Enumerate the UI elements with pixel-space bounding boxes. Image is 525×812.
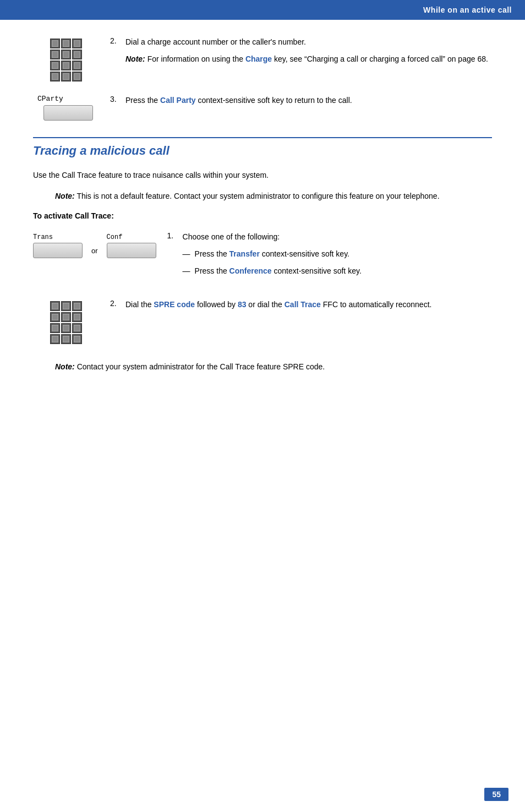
bkey-1 (50, 301, 60, 311)
bkey-3 (72, 301, 82, 311)
step2b-pre: Dial the (125, 300, 154, 309)
keypad-icon-bottom (33, 301, 99, 344)
step3-top-text: Press the Call Party context-sensitive s… (125, 95, 492, 106)
step2b-mid: followed by (195, 300, 238, 309)
step2-top-row: 2. Dial a charge account number or the c… (33, 36, 492, 81)
conf-label: Conf (107, 233, 123, 241)
soft-keys-row: Trans or Conf (33, 233, 156, 258)
cparty-soft-key[interactable] (43, 105, 93, 121)
key-6 (72, 50, 82, 59)
key-7 (50, 61, 60, 70)
step2-note-text: For information on using the (145, 55, 245, 63)
charge-link: Charge (245, 55, 272, 63)
step1-number: 1. (167, 231, 178, 240)
step2-bottom-number: 2. (110, 299, 121, 308)
bkey-11 (61, 334, 71, 344)
header-title: While on an active call (423, 6, 512, 14)
cparty-label: CParty (37, 95, 63, 103)
83-link: 83 (238, 300, 247, 309)
dash-2: — (183, 265, 190, 277)
step1-bullets: — Press the Transfer context-sensitive s… (183, 248, 492, 277)
step1-area: Trans or Conf 1. Choose one of the follo… (33, 231, 492, 282)
step2-top-note: Note: For information on using the Charg… (125, 53, 492, 65)
key-8 (61, 61, 71, 70)
key-12 (72, 72, 82, 81)
key-11 (61, 72, 71, 81)
trans-conf-icon: Trans or Conf (33, 233, 156, 258)
bkey-6 (72, 312, 82, 322)
key-4 (50, 50, 60, 59)
step3-top-number: 3. (110, 95, 121, 103)
subsection-title: To activate Call Trace: (33, 211, 492, 220)
bkey-2 (61, 301, 71, 311)
or-text: or (91, 247, 98, 258)
cparty-icon-area: CParty (33, 95, 99, 121)
transfer-link: Transfer (229, 249, 260, 258)
step2-bottom-row: 2. Dial the SPRE code followed by 83 or … (33, 299, 492, 344)
step1-choose: Choose one of the following: (183, 231, 492, 243)
bullet1-text: Press the Transfer context-sensitive sof… (195, 248, 349, 260)
step2-note-bold: Note: (125, 55, 145, 63)
bullet1-pre: Press the (195, 249, 229, 258)
bullet2-text: Press the Conference context-sensitive s… (195, 265, 362, 277)
bkey-7 (50, 323, 60, 333)
call-party-link: Call Party (160, 96, 196, 105)
bkey-12 (72, 334, 82, 344)
conference-link: Conference (229, 266, 272, 275)
step2-top-number: 2. (110, 36, 121, 45)
step3-top-section: CParty 3. Press the Call Party context-s… (33, 95, 492, 121)
step2b-post2: FFC to automatically reconnect. (321, 300, 432, 309)
key-3 (72, 39, 82, 48)
step3-post: context-sensitive soft key to return to … (196, 96, 352, 105)
section-note-text: This is not a default feature. Contact y… (75, 192, 440, 200)
section-note: Note: This is not a default feature. Con… (55, 190, 492, 202)
conf-key-group: Conf (107, 233, 156, 258)
trans-key-group: Trans (33, 233, 83, 258)
footer-note: Note: Contact your system administrator … (55, 361, 492, 373)
key-1 (50, 39, 60, 48)
key-5 (61, 50, 71, 59)
dash-1: — (183, 248, 190, 260)
spre-code-link: SPRE code (154, 300, 195, 309)
bkey-9 (72, 323, 82, 333)
step2-top-main: Dial a charge account number or the call… (125, 37, 306, 46)
bkey-8 (61, 323, 71, 333)
bkey-10 (50, 334, 60, 344)
section-note-bold: Note: (55, 192, 75, 200)
step2-note-text2: key, see “Charging a call or charging a … (272, 55, 488, 63)
keypad-grid-bottom (50, 301, 82, 344)
trans-soft-key[interactable] (33, 243, 83, 258)
keypad-icon-top (33, 39, 99, 81)
step2-top-text: Dial a charge account number or the call… (125, 36, 492, 65)
page-content: 2. Dial a charge account number or the c… (0, 20, 525, 415)
bullet-conference: — Press the Conference context-sensitive… (183, 265, 492, 277)
step3-pre: Press the (125, 96, 160, 105)
keypad-grid (50, 39, 82, 81)
footer-note-bold: Note: (55, 362, 75, 371)
bkey-5 (61, 312, 71, 322)
trans-label: Trans (33, 233, 53, 241)
step1-text: Choose one of the following: — Press the… (183, 231, 492, 282)
bullet-transfer: — Press the Transfer context-sensitive s… (183, 248, 492, 260)
bullet2-pre: Press the (195, 266, 229, 275)
section-body: Use the Call Trace feature to trace nuis… (33, 169, 492, 181)
page-number: 55 (484, 788, 508, 801)
bullet1-post: context-sensitive soft key. (260, 249, 349, 258)
section-divider: Tracing a malicious call (33, 137, 492, 158)
key-9 (72, 61, 82, 70)
key-10 (50, 72, 60, 81)
bkey-4 (50, 312, 60, 322)
conf-soft-key[interactable] (107, 243, 156, 258)
step2-bottom-text: Dial the SPRE code followed by 83 or dia… (125, 299, 492, 310)
footer-note-text: Contact your system administrator for th… (75, 362, 325, 371)
bullet2-post: context-sensitive soft key. (272, 266, 362, 275)
call-trace-link: Call Trace (285, 300, 321, 309)
section-title: Tracing a malicious call (33, 144, 492, 158)
key-2 (61, 39, 71, 48)
step2b-post: or dial the (246, 300, 284, 309)
header-bar: While on an active call (0, 0, 525, 20)
